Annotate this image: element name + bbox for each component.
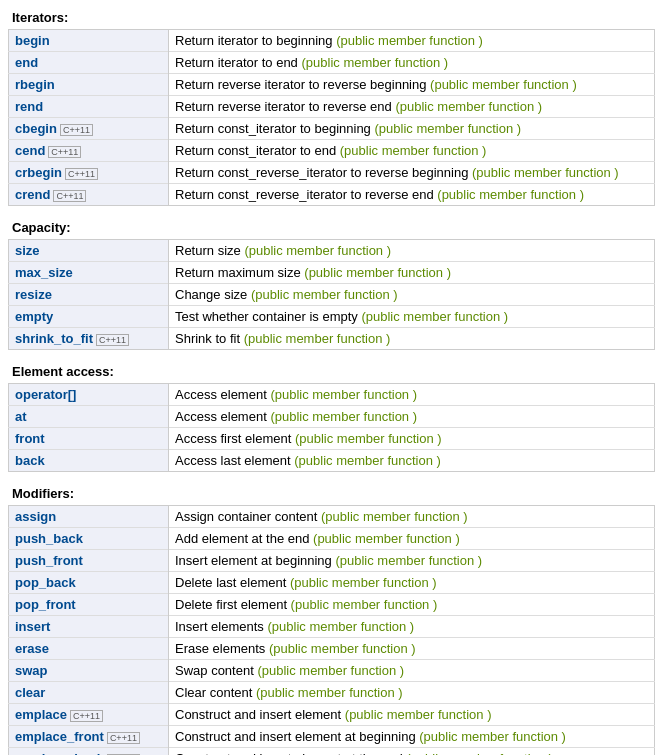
function-name[interactable]: emplaceC++11	[9, 704, 169, 726]
table-row[interactable]: pop_backDelete last element (public memb…	[9, 572, 655, 594]
description-text: Insert elements	[175, 619, 268, 634]
function-name[interactable]: swap	[9, 660, 169, 682]
function-name[interactable]: assign	[9, 506, 169, 528]
table-row[interactable]: cbeginC++11Return const_iterator to begi…	[9, 118, 655, 140]
function-name[interactable]: begin	[9, 30, 169, 52]
table-row[interactable]: frontAccess first element (public member…	[9, 428, 655, 450]
table-row[interactable]: operator[]Access element (public member …	[9, 384, 655, 406]
description-text: Access element	[175, 409, 270, 424]
public-member-label[interactable]: (public member function )	[335, 553, 482, 568]
function-name[interactable]: pop_back	[9, 572, 169, 594]
public-member-label[interactable]: (public member function )	[251, 287, 398, 302]
public-member-label[interactable]: (public member function )	[268, 619, 415, 634]
function-name[interactable]: front	[9, 428, 169, 450]
table-row[interactable]: emplace_backC++11Construct and insert el…	[9, 748, 655, 756]
table-row[interactable]: push_backAdd element at the end (public …	[9, 528, 655, 550]
public-member-label[interactable]: (public member function )	[291, 597, 438, 612]
public-member-label[interactable]: (public member function )	[321, 509, 468, 524]
description-text: Erase elements	[175, 641, 269, 656]
table-row[interactable]: shrink_to_fitC++11Shrink to fit (public …	[9, 328, 655, 350]
description-text: Swap content	[175, 663, 257, 678]
description-text: Return size	[175, 243, 244, 258]
function-name[interactable]: push_back	[9, 528, 169, 550]
function-name[interactable]: resize	[9, 284, 169, 306]
table-row[interactable]: atAccess element (public member function…	[9, 406, 655, 428]
function-description: Change size (public member function )	[169, 284, 655, 306]
function-name[interactable]: emplace_backC++11	[9, 748, 169, 756]
function-name[interactable]: size	[9, 240, 169, 262]
function-name[interactable]: push_front	[9, 550, 169, 572]
function-name[interactable]: cendC++11	[9, 140, 169, 162]
table-row[interactable]: insertInsert elements (public member fun…	[9, 616, 655, 638]
description-text: Return iterator to beginning	[175, 33, 336, 48]
function-name[interactable]: back	[9, 450, 169, 472]
function-name[interactable]: rbegin	[9, 74, 169, 96]
public-member-label[interactable]: (public member function )	[472, 165, 619, 180]
table-row[interactable]: crendC++11Return const_reverse_iterator …	[9, 184, 655, 206]
public-member-label[interactable]: (public member function )	[257, 663, 404, 678]
function-name[interactable]: erase	[9, 638, 169, 660]
table-row[interactable]: pop_frontDelete first element (public me…	[9, 594, 655, 616]
function-name[interactable]: max_size	[9, 262, 169, 284]
function-name[interactable]: cbeginC++11	[9, 118, 169, 140]
public-member-label[interactable]: (public member function )	[340, 143, 487, 158]
description-text: Delete first element	[175, 597, 291, 612]
table-row[interactable]: emplace_frontC++11Construct and insert e…	[9, 726, 655, 748]
table-row[interactable]: assignAssign container content (public m…	[9, 506, 655, 528]
public-member-label[interactable]: (public member function )	[437, 187, 584, 202]
public-member-label[interactable]: (public member function )	[406, 751, 553, 755]
table-row[interactable]: beginReturn iterator to beginning (publi…	[9, 30, 655, 52]
public-member-label[interactable]: (public member function )	[290, 575, 437, 590]
public-member-label[interactable]: (public member function )	[345, 707, 492, 722]
table-modifiers: assignAssign container content (public m…	[8, 505, 655, 755]
table-row[interactable]: max_sizeReturn maximum size (public memb…	[9, 262, 655, 284]
function-name[interactable]: crendC++11	[9, 184, 169, 206]
public-member-label[interactable]: (public member function )	[336, 33, 483, 48]
public-member-label[interactable]: (public member function )	[270, 409, 417, 424]
table-row[interactable]: cendC++11Return const_iterator to end (p…	[9, 140, 655, 162]
table-row[interactable]: sizeReturn size (public member function …	[9, 240, 655, 262]
table-row[interactable]: swapSwap content (public member function…	[9, 660, 655, 682]
table-row[interactable]: emplaceC++11Construct and insert element…	[9, 704, 655, 726]
function-name[interactable]: clear	[9, 682, 169, 704]
function-name[interactable]: shrink_to_fitC++11	[9, 328, 169, 350]
public-member-label[interactable]: (public member function )	[419, 729, 566, 744]
public-member-label[interactable]: (public member function )	[361, 309, 508, 324]
function-name[interactable]: crbeginC++11	[9, 162, 169, 184]
public-member-label[interactable]: (public member function )	[270, 387, 417, 402]
function-name-text: erase	[15, 641, 49, 656]
table-row[interactable]: push_frontInsert element at beginning (p…	[9, 550, 655, 572]
function-name[interactable]: empty	[9, 306, 169, 328]
function-name[interactable]: end	[9, 52, 169, 74]
public-member-label[interactable]: (public member function )	[244, 243, 391, 258]
public-member-label[interactable]: (public member function )	[244, 331, 391, 346]
table-row[interactable]: rendReturn reverse iterator to reverse e…	[9, 96, 655, 118]
public-member-label[interactable]: (public member function )	[430, 77, 577, 92]
function-name[interactable]: operator[]	[9, 384, 169, 406]
public-member-label[interactable]: (public member function )	[301, 55, 448, 70]
public-member-label[interactable]: (public member function )	[304, 265, 451, 280]
table-row[interactable]: resizeChange size (public member functio…	[9, 284, 655, 306]
function-name[interactable]: emplace_frontC++11	[9, 726, 169, 748]
table-row[interactable]: backAccess last element (public member f…	[9, 450, 655, 472]
public-member-label[interactable]: (public member function )	[374, 121, 521, 136]
public-member-label[interactable]: (public member function )	[313, 531, 460, 546]
table-row[interactable]: rbeginReturn reverse iterator to reverse…	[9, 74, 655, 96]
public-member-label[interactable]: (public member function )	[256, 685, 403, 700]
function-name[interactable]: at	[9, 406, 169, 428]
table-row[interactable]: endReturn iterator to end (public member…	[9, 52, 655, 74]
function-name[interactable]: pop_front	[9, 594, 169, 616]
public-member-label[interactable]: (public member function )	[395, 99, 542, 114]
function-name[interactable]: insert	[9, 616, 169, 638]
cpp11-badge: C++11	[53, 190, 86, 202]
table-row[interactable]: crbeginC++11Return const_reverse_iterato…	[9, 162, 655, 184]
table-row[interactable]: clearClear content (public member functi…	[9, 682, 655, 704]
table-row[interactable]: eraseErase elements (public member funct…	[9, 638, 655, 660]
function-description: Assign container content (public member …	[169, 506, 655, 528]
public-member-label[interactable]: (public member function )	[295, 431, 442, 446]
public-member-label[interactable]: (public member function )	[294, 453, 441, 468]
table-row[interactable]: emptyTest whether container is empty (pu…	[9, 306, 655, 328]
public-member-label[interactable]: (public member function )	[269, 641, 416, 656]
function-name-text: shrink_to_fit	[15, 331, 93, 346]
function-name[interactable]: rend	[9, 96, 169, 118]
